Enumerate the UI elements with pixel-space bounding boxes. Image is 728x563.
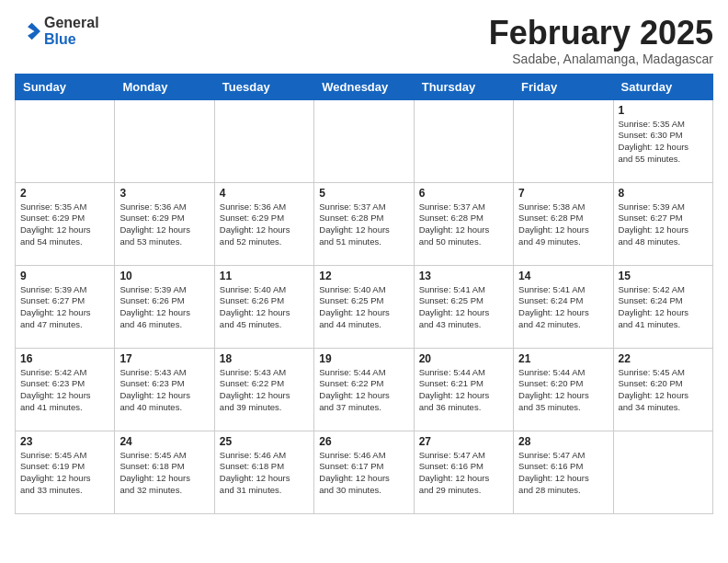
day-number: 27: [419, 435, 508, 448]
calendar-cell: 24Sunrise: 5:45 AMSunset: 6:18 PMDayligh…: [115, 431, 214, 513]
day-number: 10: [119, 270, 209, 282]
calendar-cell: 15Sunrise: 5:42 AMSunset: 6:24 PMDayligh…: [613, 265, 712, 348]
day-number: 23: [20, 435, 109, 448]
day-number: 4: [220, 187, 309, 200]
day-number: 26: [319, 435, 408, 448]
calendar-table: SundayMondayTuesdayWednesdayThursdayFrid…: [15, 74, 713, 514]
calendar-cell: [214, 99, 313, 182]
logo-general: General: [44, 15, 99, 31]
calendar-cell: 21Sunrise: 5:44 AMSunset: 6:20 PMDayligh…: [514, 348, 613, 431]
calendar-cell: 19Sunrise: 5:44 AMSunset: 6:22 PMDayligh…: [314, 348, 414, 431]
calendar-week-row: 1Sunrise: 5:35 AMSunset: 6:30 PMDaylight…: [16, 99, 713, 182]
day-number: 6: [419, 187, 508, 200]
title-section: February 2025 Sadabe, Analamanga, Madaga…: [489, 15, 713, 66]
calendar-cell: 25Sunrise: 5:46 AMSunset: 6:18 PMDayligh…: [214, 431, 313, 513]
calendar-cell: 16Sunrise: 5:42 AMSunset: 6:23 PMDayligh…: [16, 348, 115, 431]
calendar-cell: 22Sunrise: 5:45 AMSunset: 6:20 PMDayligh…: [613, 348, 712, 431]
logo-blue: Blue: [44, 31, 99, 48]
month-title: February 2025: [489, 15, 713, 52]
day-number: 25: [220, 435, 309, 448]
day-number: 22: [619, 352, 708, 365]
calendar-body: 1Sunrise: 5:35 AMSunset: 6:30 PMDaylight…: [16, 99, 713, 513]
logo-text: General Blue: [44, 15, 99, 47]
logo: General Blue: [15, 15, 99, 47]
day-info: Sunrise: 5:40 AMSunset: 6:26 PMDaylight:…: [220, 284, 309, 331]
day-info: Sunrise: 5:35 AMSunset: 6:29 PMDaylight:…: [20, 201, 109, 248]
weekday-header: Saturday: [613, 74, 712, 99]
day-info: Sunrise: 5:39 AMSunset: 6:26 PMDaylight:…: [119, 284, 209, 331]
calendar-cell: [115, 99, 214, 182]
day-info: Sunrise: 5:47 AMSunset: 6:16 PMDaylight:…: [419, 450, 508, 497]
calendar-cell: 20Sunrise: 5:44 AMSunset: 6:21 PMDayligh…: [414, 348, 513, 431]
page-header: General Blue February 2025 Sadabe, Anala…: [15, 15, 713, 66]
day-number: 19: [319, 352, 408, 365]
day-number: 20: [419, 352, 508, 365]
day-info: Sunrise: 5:37 AMSunset: 6:28 PMDaylight:…: [419, 201, 508, 248]
day-number: 17: [119, 352, 209, 365]
day-number: 5: [319, 187, 408, 200]
weekday-header: Tuesday: [214, 74, 313, 99]
day-number: 14: [518, 270, 608, 282]
calendar-cell: 9Sunrise: 5:39 AMSunset: 6:27 PMDaylight…: [16, 265, 115, 348]
calendar-cell: [414, 99, 513, 182]
calendar-cell: 1Sunrise: 5:35 AMSunset: 6:30 PMDaylight…: [613, 99, 712, 182]
day-info: Sunrise: 5:43 AMSunset: 6:23 PMDaylight:…: [119, 367, 209, 414]
day-number: 3: [119, 187, 209, 200]
calendar-cell: 10Sunrise: 5:39 AMSunset: 6:26 PMDayligh…: [115, 265, 214, 348]
day-number: 7: [518, 187, 608, 200]
day-number: 1: [619, 104, 708, 117]
calendar-cell: 28Sunrise: 5:47 AMSunset: 6:16 PMDayligh…: [514, 431, 613, 513]
calendar-cell: 2Sunrise: 5:35 AMSunset: 6:29 PMDaylight…: [16, 182, 115, 265]
calendar-week-row: 2Sunrise: 5:35 AMSunset: 6:29 PMDaylight…: [16, 182, 713, 265]
day-number: 24: [119, 435, 209, 448]
calendar-cell: [314, 99, 414, 182]
day-info: Sunrise: 5:42 AMSunset: 6:23 PMDaylight:…: [20, 367, 109, 414]
calendar-header-row: SundayMondayTuesdayWednesdayThursdayFrid…: [16, 74, 713, 99]
calendar-cell: 27Sunrise: 5:47 AMSunset: 6:16 PMDayligh…: [414, 431, 513, 513]
day-info: Sunrise: 5:46 AMSunset: 6:17 PMDaylight:…: [319, 450, 408, 497]
day-info: Sunrise: 5:45 AMSunset: 6:20 PMDaylight:…: [619, 367, 708, 414]
weekday-header: Sunday: [16, 74, 115, 99]
day-info: Sunrise: 5:39 AMSunset: 6:27 PMDaylight:…: [619, 201, 708, 248]
day-number: 16: [20, 352, 109, 365]
day-info: Sunrise: 5:39 AMSunset: 6:27 PMDaylight:…: [20, 284, 109, 331]
svg-marker-0: [28, 22, 40, 40]
calendar-cell: 23Sunrise: 5:45 AMSunset: 6:19 PMDayligh…: [16, 431, 115, 513]
day-number: 8: [619, 187, 708, 200]
calendar-week-row: 9Sunrise: 5:39 AMSunset: 6:27 PMDaylight…: [16, 265, 713, 348]
day-number: 18: [220, 352, 309, 365]
day-info: Sunrise: 5:46 AMSunset: 6:18 PMDaylight:…: [220, 450, 309, 497]
day-info: Sunrise: 5:42 AMSunset: 6:24 PMDaylight:…: [619, 284, 708, 331]
calendar-week-row: 23Sunrise: 5:45 AMSunset: 6:19 PMDayligh…: [16, 431, 713, 513]
day-info: Sunrise: 5:36 AMSunset: 6:29 PMDaylight:…: [220, 201, 309, 248]
day-info: Sunrise: 5:44 AMSunset: 6:21 PMDaylight:…: [419, 367, 508, 414]
day-info: Sunrise: 5:40 AMSunset: 6:25 PMDaylight:…: [319, 284, 408, 331]
calendar-cell: 3Sunrise: 5:36 AMSunset: 6:29 PMDaylight…: [115, 182, 214, 265]
day-number: 11: [220, 270, 309, 282]
calendar-cell: 18Sunrise: 5:43 AMSunset: 6:22 PMDayligh…: [214, 348, 313, 431]
day-number: 9: [20, 270, 109, 282]
day-info: Sunrise: 5:43 AMSunset: 6:22 PMDaylight:…: [220, 367, 309, 414]
weekday-header: Thursday: [414, 74, 513, 99]
day-number: 15: [619, 270, 708, 282]
calendar-cell: 17Sunrise: 5:43 AMSunset: 6:23 PMDayligh…: [115, 348, 214, 431]
day-number: 13: [419, 270, 508, 282]
calendar-cell: [16, 99, 115, 182]
calendar-cell: 14Sunrise: 5:41 AMSunset: 6:24 PMDayligh…: [514, 265, 613, 348]
calendar-cell: 6Sunrise: 5:37 AMSunset: 6:28 PMDaylight…: [414, 182, 513, 265]
day-info: Sunrise: 5:38 AMSunset: 6:28 PMDaylight:…: [518, 201, 608, 248]
calendar-cell: 12Sunrise: 5:40 AMSunset: 6:25 PMDayligh…: [314, 265, 414, 348]
calendar-cell: 13Sunrise: 5:41 AMSunset: 6:25 PMDayligh…: [414, 265, 513, 348]
day-info: Sunrise: 5:41 AMSunset: 6:25 PMDaylight:…: [419, 284, 508, 331]
day-info: Sunrise: 5:35 AMSunset: 6:30 PMDaylight:…: [619, 119, 708, 166]
day-info: Sunrise: 5:36 AMSunset: 6:29 PMDaylight:…: [119, 201, 209, 248]
day-info: Sunrise: 5:44 AMSunset: 6:20 PMDaylight:…: [518, 367, 608, 414]
location-title: Sadabe, Analamanga, Madagascar: [489, 52, 713, 66]
calendar-cell: [613, 431, 712, 513]
calendar-cell: [514, 99, 613, 182]
calendar-week-row: 16Sunrise: 5:42 AMSunset: 6:23 PMDayligh…: [16, 348, 713, 431]
logo-icon: [15, 18, 40, 44]
day-info: Sunrise: 5:45 AMSunset: 6:18 PMDaylight:…: [119, 450, 209, 497]
day-number: 21: [518, 352, 608, 365]
weekday-header: Monday: [115, 74, 214, 99]
